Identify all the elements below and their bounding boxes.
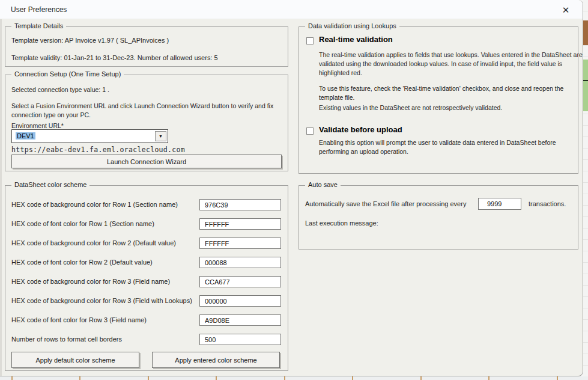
user-preferences-dialog: User Preferences ✕ Template Details Temp… <box>0 0 583 376</box>
template-validity-text: Template validity: 01-Jan-21 to 31-Dec-2… <box>11 54 218 61</box>
group-template-details-title: Template Details <box>11 22 66 29</box>
window-left-edge <box>0 0 2 376</box>
excel-sheet-bottom-edge <box>0 376 588 380</box>
realtime-validation-label[interactable]: Real-time validation <box>319 35 393 44</box>
color-row-input[interactable] <box>199 314 281 326</box>
environment-url-full-text: https://eabc-dev1.fa.eml.oraclecloud.com <box>11 146 185 154</box>
template-version-text: Template version: AP Invoice v1.97 ( SL_… <box>11 37 169 44</box>
group-template-details: Template Details Template version: AP In… <box>5 26 288 67</box>
excel-column-tick <box>284 376 285 380</box>
group-data-validation-title: Data validation using Lookups <box>305 22 399 29</box>
group-color-scheme-title: DataSheet color scheme <box>11 181 89 188</box>
excel-column-tick <box>488 376 489 380</box>
color-row-input[interactable] <box>199 334 281 345</box>
apply-entered-color-scheme-button[interactable]: Apply entered color scheme <box>152 352 280 368</box>
color-row-label: HEX code of background color for Row 1 (… <box>11 201 178 208</box>
validate-before-upload-checkbox[interactable] <box>306 127 314 135</box>
group-auto-save: Auto save Automatically save the Excel f… <box>299 185 578 250</box>
validate-before-upload-desc: Enabling this option will prompt the use… <box>319 138 583 156</box>
color-row-label: HEX code of font color for Row 3 (Field … <box>11 316 147 323</box>
excel-column-tick <box>79 376 80 380</box>
realtime-validation-checkbox[interactable] <box>306 37 314 44</box>
excel-column-tick <box>11 376 13 380</box>
chevron-down-icon[interactable]: ▼ <box>155 131 166 141</box>
color-row-input[interactable] <box>199 218 281 230</box>
color-row-input[interactable] <box>199 238 281 249</box>
group-color-scheme: DataSheet color scheme HEX code of backg… <box>5 185 288 371</box>
group-data-validation: Data validation using Lookups Real-time … <box>299 26 578 174</box>
window-title: User Preferences <box>11 5 67 14</box>
realtime-validation-desc2: To use this feature, check the 'Real-tim… <box>319 84 583 102</box>
excel-cell-brown <box>583 20 588 45</box>
close-icon[interactable]: ✕ <box>560 4 572 16</box>
screen: User Preferences ✕ Template Details Temp… <box>0 0 588 380</box>
launch-connection-wizard-button[interactable]: Launch Connection Wizard <box>11 155 282 168</box>
realtime-validation-desc3: Existing values in the DataSheet are not… <box>319 103 583 112</box>
environment-url-selected-value: DEV1 <box>16 132 35 139</box>
color-row-label: Number of rows to format cell borders <box>11 336 122 343</box>
excel-column-tick <box>557 376 558 380</box>
selected-connection-type-text: Selected connection type value: 1 . <box>11 86 109 93</box>
color-row-input[interactable] <box>199 257 281 268</box>
realtime-validation-desc1: The real-time validation applies to fiel… <box>319 51 583 78</box>
auto-save-count-input[interactable] <box>478 198 521 210</box>
excel-sheet-right-edge <box>583 0 588 380</box>
auto-save-prefix-text: Automatically save the Excel file after … <box>305 200 466 207</box>
apply-default-color-scheme-button[interactable]: Apply default color scheme <box>11 352 139 368</box>
excel-column-tick <box>148 376 149 380</box>
color-row-label: HEX code of background color for Row 3 (… <box>11 297 192 304</box>
color-row-label: HEX code of font color for Row 2 (Defaul… <box>11 259 153 266</box>
group-connection-setup-title: Connection Setup (One Time Setup) <box>11 70 124 78</box>
color-row-input[interactable] <box>199 295 281 307</box>
validate-before-upload-label[interactable]: Validate before upload <box>319 125 402 134</box>
color-row-label: HEX code of font color for Row 1 (Sectio… <box>11 220 154 227</box>
environment-url-combobox[interactable]: DEV1 ▼ <box>11 129 168 143</box>
connection-instruction-text: Select a Fusion Environment URL and clic… <box>11 102 286 120</box>
color-row-label: HEX code of background color for Row 2 (… <box>11 239 176 247</box>
excel-column-tick <box>216 376 217 380</box>
group-auto-save-title: Auto save <box>305 181 341 188</box>
excel-column-tick <box>352 376 353 380</box>
excel-cell-green <box>583 60 588 111</box>
group-connection-setup: Connection Setup (One Time Setup) Select… <box>5 75 288 171</box>
color-row-input[interactable] <box>199 276 281 287</box>
last-execution-message-label: Last execution message: <box>305 219 378 227</box>
color-row-label: HEX code of background color for Row 3 (… <box>11 278 170 285</box>
auto-save-suffix-text: transactions. <box>529 200 566 207</box>
color-row-input[interactable] <box>199 199 281 210</box>
titlebar[interactable]: User Preferences ✕ <box>0 0 583 19</box>
environment-url-label: Environment URL* <box>11 122 64 129</box>
excel-column-tick <box>420 376 422 380</box>
excel-cell-border-line <box>583 80 588 81</box>
